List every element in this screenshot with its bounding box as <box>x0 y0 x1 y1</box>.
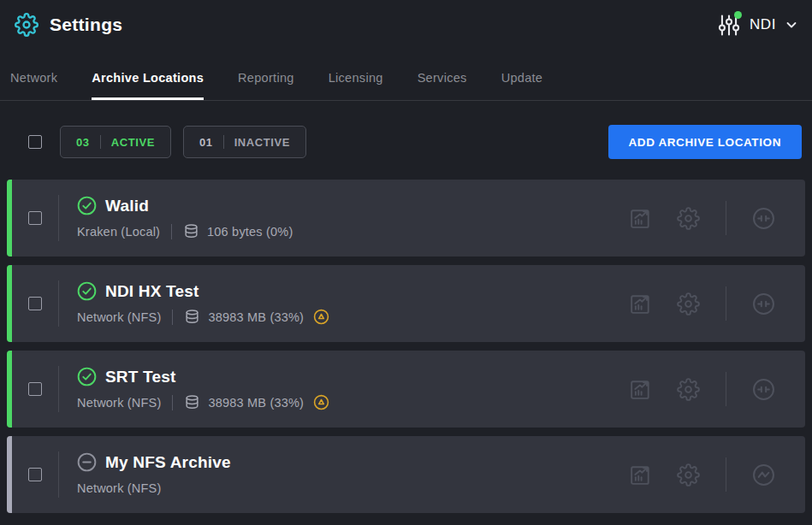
archive-type: Kraken (Local) <box>77 225 160 239</box>
active-check-circle-icon <box>77 281 97 301</box>
archive-location-row: SRT Test Network (NFS) 38983 MB (33%) <box>7 351 805 428</box>
archive-location-row: My NFS Archive Network (NFS) <box>7 436 805 513</box>
settings-gear-icon <box>15 13 39 37</box>
status-color-bar <box>7 351 12 428</box>
tab-archive-locations[interactable]: Archive Locations <box>92 50 204 100</box>
row-divider <box>58 366 59 412</box>
toolbar: 03 ACTIVE 01 INACTIVE ADD ARCHIVE LOCATI… <box>0 125 812 159</box>
archive-location-row: NDI HX Test Network (NFS) 38983 MB (33%) <box>7 265 805 342</box>
active-count: 03 <box>76 136 90 149</box>
row-settings-gear-icon[interactable] <box>677 378 700 401</box>
archive-name: NDI HX Test <box>105 282 199 301</box>
chevron-down-icon <box>785 18 798 32</box>
archive-size: 106 bytes (0%) <box>207 225 293 239</box>
inactive-count: 01 <box>199 136 213 149</box>
tab-services[interactable]: Services <box>418 50 467 100</box>
archive-name: My NFS Archive <box>105 453 231 472</box>
tab-network[interactable]: Network <box>10 50 57 100</box>
active-check-circle-icon <box>77 196 97 215</box>
active-filter-badge[interactable]: 03 ACTIVE <box>60 126 171 158</box>
tab-reporting[interactable]: Reporting <box>238 50 294 100</box>
settings-tabs: Network Archive Locations Reporting Lice… <box>0 50 812 101</box>
row-checkbox[interactable] <box>28 382 42 396</box>
stats-chart-icon[interactable] <box>629 463 652 487</box>
page-title: Settings <box>50 15 122 35</box>
stats-chart-icon[interactable] <box>629 207 652 230</box>
row-checkbox[interactable] <box>28 211 42 225</box>
select-all-checkbox[interactable] <box>28 135 42 149</box>
channel-selector[interactable]: NDI <box>717 12 798 38</box>
inactive-filter-badge[interactable]: 01 INACTIVE <box>183 126 306 158</box>
active-label: ACTIVE <box>111 136 155 149</box>
row-settings-gear-icon[interactable] <box>677 463 700 487</box>
row-divider <box>58 451 59 498</box>
subtitle-divider <box>172 395 173 410</box>
subtitle-divider <box>172 310 173 325</box>
archive-size: 38983 MB (33%) <box>208 310 304 324</box>
storage-icon <box>184 394 200 410</box>
archive-name: SRT Test <box>105 368 176 386</box>
archive-location-row: Walid Kraken (Local) 106 bytes (0%) <box>7 180 805 257</box>
inactive-minus-circle-icon <box>77 452 97 472</box>
row-settings-gear-icon[interactable] <box>677 207 700 230</box>
active-check-circle-icon <box>77 367 97 386</box>
row-checkbox[interactable] <box>28 297 42 310</box>
activate-icon[interactable] <box>751 463 776 487</box>
archive-type: Network (NFS) <box>77 396 161 410</box>
archive-location-list: Walid Kraken (Local) 106 bytes (0%) <box>0 180 812 513</box>
warning-icon <box>313 309 329 325</box>
app-header: Settings NDI <box>0 0 812 50</box>
storage-icon <box>184 309 200 325</box>
status-color-bar <box>7 265 12 342</box>
warning-icon <box>313 394 329 410</box>
archive-name: Walid <box>105 197 149 215</box>
actions-divider <box>726 286 726 321</box>
deactivate-icon[interactable] <box>751 206 776 231</box>
add-archive-location-button[interactable]: ADD ARCHIVE LOCATION <box>608 125 803 159</box>
settings-page: Settings NDI <box>0 0 812 525</box>
status-color-bar <box>7 436 12 513</box>
actions-divider <box>726 201 726 235</box>
row-divider <box>58 195 59 241</box>
channel-label: NDI <box>750 16 776 33</box>
archive-type: Network (NFS) <box>77 481 161 495</box>
row-divider <box>58 280 59 327</box>
deactivate-icon[interactable] <box>751 292 776 316</box>
actions-divider <box>726 457 726 492</box>
online-status-dot <box>734 11 742 19</box>
tab-update[interactable]: Update <box>501 50 543 100</box>
archive-type: Network (NFS) <box>77 310 161 324</box>
archive-size: 38983 MB (33%) <box>208 396 304 410</box>
stats-chart-icon[interactable] <box>629 378 652 401</box>
actions-divider <box>726 372 726 406</box>
tab-licensing[interactable]: Licensing <box>329 50 383 100</box>
badge-divider <box>223 135 224 149</box>
storage-icon <box>183 223 199 239</box>
row-checkbox[interactable] <box>28 468 42 481</box>
stats-chart-icon[interactable] <box>629 292 652 316</box>
row-settings-gear-icon[interactable] <box>677 292 700 316</box>
inactive-label: INACTIVE <box>234 136 290 149</box>
badge-divider <box>100 135 101 149</box>
subtitle-divider <box>171 224 172 239</box>
deactivate-icon[interactable] <box>751 377 776 402</box>
status-color-bar <box>7 180 12 257</box>
